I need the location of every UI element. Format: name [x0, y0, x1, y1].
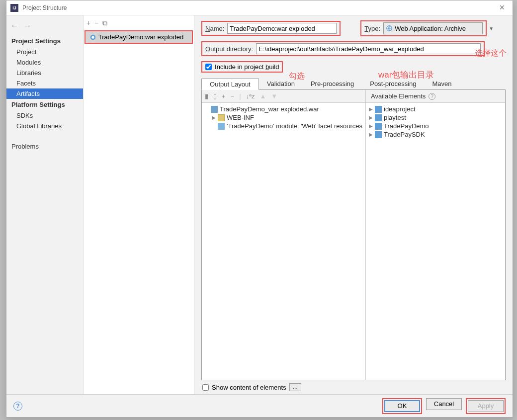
nav-arrows: ← → [6, 19, 83, 35]
web-icon [386, 25, 393, 32]
output-tree-panel: ▮ ▯ + − | ↓ªz ▲ ▼ TradePayDemo_war ex [202, 90, 366, 380]
type-value: Web Application: Archive [395, 25, 466, 32]
add-copy-icon[interactable]: + [222, 92, 226, 100]
tabs: Output Layout Validation Pre-processing … [201, 79, 506, 90]
item-label: TradePaySDK [384, 131, 425, 138]
folder-icon [218, 114, 225, 121]
output-tree[interactable]: TradePayDemo_war exploded.war ▶ WEB-INF [202, 103, 365, 132]
titlebar: IJ Project Structure × [6, 0, 513, 15]
war-icon [211, 106, 218, 113]
output-dir-label: Output directory: [205, 45, 253, 53]
item-label: ideaproject [384, 105, 416, 113]
tree-row: 'TradePayDemo' module: 'Web' facet resou… [205, 122, 362, 130]
down-icon[interactable]: ▼ [271, 92, 277, 100]
annotation-select-this: 选择这个 [475, 48, 507, 59]
main-panel: Name: Type: Web Application: Archive ▼ [194, 15, 513, 394]
item-label: TradePayDemo [384, 122, 429, 130]
available-header-label: Available Elements [371, 92, 426, 100]
artifact-item-label: TradePayDemo:war exploded [98, 33, 184, 41]
layout-toolbar: ▮ ▯ + − | ↓ªz ▲ ▼ [202, 90, 365, 103]
remove-item-icon[interactable]: − [231, 92, 235, 100]
close-icon[interactable]: × [495, 2, 509, 13]
list-item: ▶ideaproject [369, 105, 502, 113]
nav-facets[interactable]: Facets [6, 78, 83, 88]
include-build-label: Include in project build [215, 63, 279, 71]
artifact-list-panel: + − ⧉ TradePayDemo:war exploded [84, 15, 194, 394]
nav-libraries[interactable]: Libraries [6, 68, 83, 78]
tree-label: 'TradePayDemo' module: 'Web' facet resou… [227, 122, 362, 130]
nav-global-libraries[interactable]: Global Libraries [6, 121, 83, 131]
tree-row: TradePayDemo_war exploded.war [205, 105, 362, 113]
show-content-label: Show content of elements [212, 384, 286, 391]
include-build-checkbox[interactable] [205, 64, 212, 70]
available-header: Available Elements ? [366, 90, 505, 103]
name-label: Name: [205, 25, 224, 32]
module-icon [375, 131, 382, 138]
chevron-down-icon[interactable]: ▼ [489, 26, 494, 31]
type-label: Type: [364, 25, 380, 32]
artifact-icon [89, 34, 96, 41]
section-platform-settings: Platform Settings [6, 99, 83, 110]
show-content-checkbox[interactable] [202, 384, 209, 391]
footer: ? OK Cancel Apply [6, 394, 513, 417]
remove-icon[interactable]: − [94, 19, 98, 27]
tab-output-layout[interactable]: Output Layout [201, 79, 259, 90]
cancel-button[interactable]: Cancel [426, 398, 462, 410]
copy-icon[interactable]: ⧉ [102, 19, 107, 27]
annotation-war-output: war包输出目录 [378, 69, 434, 81]
artifact-item-selected[interactable]: TradePayDemo:war exploded [85, 30, 193, 44]
facet-icon [218, 123, 225, 130]
list-item: ▶TradePaySDK [369, 130, 502, 139]
back-icon[interactable]: ← [10, 21, 18, 30]
help-button[interactable]: ? [13, 402, 22, 411]
nav-modules[interactable]: Modules [6, 57, 83, 68]
show-content-row: Show content of elements ... [201, 380, 506, 394]
nav-project[interactable]: Project [6, 47, 83, 57]
type-select[interactable]: Web Application: Archive [383, 22, 483, 34]
help-icon[interactable]: ? [429, 93, 435, 100]
artifact-toolbar: + − ⧉ [84, 15, 194, 30]
new-file-icon[interactable]: ▯ [213, 92, 217, 100]
section-project-settings: Project Settings [6, 35, 83, 47]
more-button[interactable]: ... [289, 383, 301, 391]
module-icon [375, 123, 382, 130]
nav-artifacts[interactable]: Artifacts [6, 88, 83, 99]
sidebar: ← → Project Settings Project Modules Lib… [6, 15, 84, 394]
ok-button[interactable]: OK [384, 400, 420, 412]
tree-label: WEB-INF [227, 114, 254, 121]
nav-sdks[interactable]: SDKs [6, 110, 83, 121]
add-icon[interactable]: + [86, 19, 90, 27]
nav-problems[interactable]: Problems [6, 141, 83, 152]
sort-icon[interactable]: ↓ªz [246, 92, 255, 100]
svg-point-1 [91, 36, 94, 38]
item-label: playtest [384, 114, 406, 121]
project-structure-dialog: IJ Project Structure × ← → Project Setti… [6, 0, 513, 418]
available-tree[interactable]: ▶ideaproject ▶playtest ▶TradePayDemo ▶Tr… [366, 103, 505, 141]
module-icon [375, 106, 382, 113]
window-title: Project Structure [22, 4, 67, 11]
module-icon [375, 114, 382, 121]
app-icon: IJ [10, 4, 18, 12]
apply-button[interactable]: Apply [468, 400, 504, 412]
output-dir-input[interactable] [256, 43, 481, 54]
tree-label: TradePayDemo_war exploded.war [220, 105, 319, 113]
annotation-check: 勾选 [289, 71, 305, 82]
available-elements-panel: Available Elements ? ▶ideaproject ▶playt… [366, 90, 505, 380]
output-layout-area: ▮ ▯ + − | ↓ªz ▲ ▼ TradePayDemo_war ex [201, 90, 506, 380]
name-input[interactable] [227, 23, 337, 34]
forward-icon[interactable]: → [23, 21, 31, 30]
list-item: ▶playtest [369, 113, 502, 122]
up-icon[interactable]: ▲ [259, 92, 266, 100]
tab-pre-processing[interactable]: Pre-processing [303, 79, 362, 89]
list-item: ▶TradePayDemo [369, 122, 502, 130]
new-folder-icon[interactable]: ▮ [205, 92, 208, 100]
expander-icon[interactable]: ▶ [212, 115, 218, 120]
tree-row: ▶ WEB-INF [205, 113, 362, 122]
